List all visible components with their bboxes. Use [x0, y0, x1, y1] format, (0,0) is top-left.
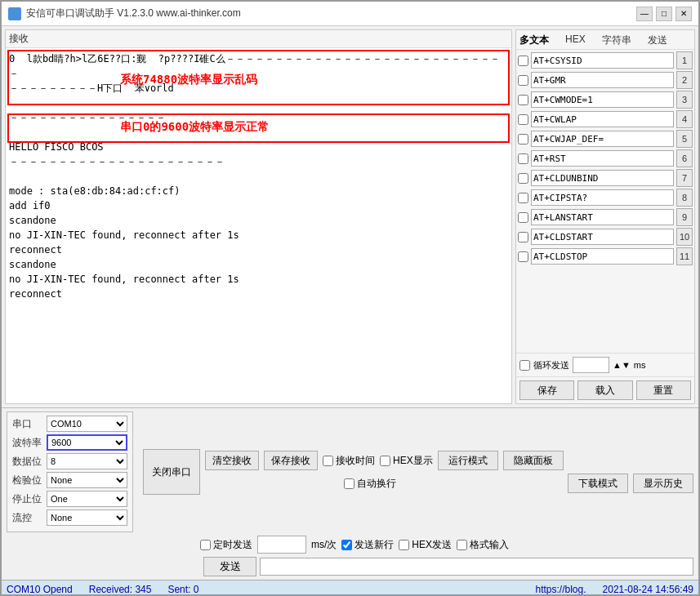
str-col-header: 字符串 — [602, 33, 631, 47]
cmd-checkbox-1[interactable] — [518, 56, 528, 66]
hex-show-checkbox[interactable] — [380, 456, 390, 466]
cmd-num-5[interactable]: 5 — [676, 130, 693, 148]
loop-send-row: 循环发送 500 ▲▼ ms — [516, 353, 694, 376]
port-toggle-button[interactable]: 关闭串口 — [143, 449, 200, 495]
load-button[interactable]: 载入 — [577, 380, 632, 400]
top-section: 接收 0 l款bd睛?h>l乙6E??口:觐 ?p????I碓C么－－－－－－－… — [2, 26, 698, 407]
cmd-input-11[interactable] — [531, 248, 674, 265]
cmd-input-6[interactable] — [531, 150, 674, 167]
loop-interval-input[interactable]: 500 — [573, 357, 609, 373]
command-row: 9 — [518, 208, 693, 226]
cmd-checkbox-10[interactable] — [518, 232, 528, 242]
receive-content[interactable]: 0 l款bd睛?h>l乙6E??口:觐 ?p????I碓C么－－－－－－－－－－… — [6, 48, 511, 403]
format-input-checkbox[interactable] — [457, 540, 467, 550]
command-row: 5 — [518, 130, 693, 148]
right-panel: 多文本 HEX 字符串 发送 1 2 3 4 5 — [515, 29, 695, 404]
hex-show-text: HEX显示 — [393, 454, 433, 468]
loop-send-checkbox[interactable] — [519, 360, 530, 371]
format-input-text: 格式输入 — [470, 538, 509, 552]
flow-select[interactable]: None — [47, 509, 127, 526]
cmd-input-2[interactable] — [531, 72, 674, 88]
cmd-checkbox-7[interactable] — [518, 173, 528, 184]
cmd-num-8[interactable]: 8 — [676, 189, 693, 207]
recv-time-text: 接收时间 — [336, 454, 375, 468]
cmd-input-10[interactable] — [531, 229, 674, 245]
command-row: 2 — [518, 71, 693, 89]
cmd-input-5[interactable] — [531, 131, 674, 147]
data-bits-label: 数据位 — [12, 455, 43, 469]
main-content: 接收 0 l款bd睛?h>l乙6E??口:觐 ?p????I碓C么－－－－－－－… — [2, 26, 698, 596]
cmd-num-4[interactable]: 4 — [676, 110, 693, 128]
cmd-input-3[interactable] — [531, 91, 674, 108]
reset-button[interactable]: 重置 — [636, 380, 691, 400]
controls-row1: 串口 COM10 波特率 9600 数据位 8 — [7, 411, 693, 532]
run-mode-button[interactable]: 运行模式 — [438, 451, 498, 470]
cmd-input-7[interactable] — [531, 170, 674, 186]
send-content-input[interactable]: AT+RST — [260, 558, 693, 576]
send-newline-checkbox[interactable] — [341, 540, 352, 550]
command-rows: 1 2 3 4 5 6 7 8 — [516, 50, 694, 353]
hex-send-label: HEX发送 — [399, 538, 452, 552]
cmd-checkbox-8[interactable] — [518, 193, 528, 203]
cmd-checkbox-4[interactable] — [518, 114, 528, 125]
send-newline-label: 发送新行 — [341, 538, 394, 552]
stop-bits-select[interactable]: One — [47, 491, 127, 507]
window-controls: — □ ✕ — [636, 7, 692, 21]
maximize-button[interactable]: □ — [656, 7, 672, 21]
auto-wrap-checkbox[interactable] — [344, 478, 354, 489]
minimize-button[interactable]: — — [636, 7, 653, 21]
cmd-num-7[interactable]: 7 — [676, 169, 693, 187]
timed-interval-input[interactable]: 5000 — [257, 536, 306, 554]
cmd-num-6[interactable]: 6 — [676, 149, 693, 167]
cmd-checkbox-9[interactable] — [518, 212, 528, 223]
right-panel-action-buttons: 保存 载入 重置 — [516, 376, 694, 403]
timed-send-checkbox[interactable] — [200, 540, 211, 550]
cmd-num-1[interactable]: 1 — [676, 51, 693, 69]
serial-settings: 串口 COM10 波特率 9600 数据位 8 — [7, 411, 133, 532]
close-button[interactable]: ✕ — [675, 7, 692, 21]
send-button[interactable]: 发送 — [203, 557, 256, 576]
cmd-checkbox-2[interactable] — [518, 75, 528, 86]
parity-select[interactable]: None — [47, 472, 127, 488]
cmd-num-9[interactable]: 9 — [676, 208, 693, 226]
cmd-input-8[interactable] — [531, 189, 674, 206]
show-history-button[interactable]: 显示历史 — [633, 474, 693, 493]
cmd-input-1[interactable] — [531, 52, 674, 69]
auto-wrap-text: 自动换行 — [357, 477, 396, 491]
data-bits-select[interactable]: 8 — [47, 453, 127, 469]
save-button[interactable]: 保存 — [519, 380, 574, 400]
cmd-num-10[interactable]: 10 — [676, 228, 693, 246]
serial-port-select[interactable]: COM10 — [47, 416, 127, 432]
command-row: 3 — [518, 91, 693, 109]
clear-receive-button[interactable]: 清空接收 — [205, 451, 259, 470]
cmd-num-3[interactable]: 3 — [676, 91, 693, 109]
cmd-checkbox-6[interactable] — [518, 153, 528, 164]
serial-label: 串口 — [12, 417, 43, 431]
cmd-input-4[interactable] — [531, 111, 674, 127]
command-row: 10 — [518, 228, 693, 246]
cmd-input-9[interactable] — [531, 209, 674, 225]
hide-panel-button[interactable]: 隐藏面板 — [503, 451, 564, 470]
send-row-top: 定时发送 5000 ms/次 发送新行 HEX发送 格式输入 — [200, 536, 693, 554]
cmd-checkbox-3[interactable] — [518, 95, 528, 105]
cmd-num-11[interactable]: 11 — [676, 247, 693, 265]
right-buttons-bottom: 自动换行 下载模式 显示历史 — [205, 474, 693, 493]
right-panel-header: 多文本 HEX 字符串 发送 — [516, 30, 694, 50]
cmd-num-2[interactable]: 2 — [676, 71, 693, 89]
recv-time-checkbox[interactable] — [323, 456, 333, 466]
cmd-checkbox-11[interactable] — [518, 251, 528, 262]
status-link: https://blog. — [536, 584, 586, 595]
loop-unit-label: ms — [634, 360, 646, 370]
flow-control-row: 流控 None — [12, 509, 127, 526]
cmd-checkbox-5[interactable] — [518, 134, 528, 145]
save-receive-button[interactable]: 保存接收 — [264, 451, 318, 470]
command-row: 1 — [518, 51, 693, 69]
recv-time-label: 接收时间 — [323, 454, 375, 468]
send-row: 定时发送 5000 ms/次 发送新行 HEX发送 格式输入 — [7, 536, 693, 576]
download-mode-button[interactable]: 下载模式 — [568, 474, 628, 493]
hex-send-checkbox[interactable] — [399, 540, 409, 550]
baud-rate-select[interactable]: 9600 — [47, 434, 127, 451]
command-row: 6 — [518, 149, 693, 167]
loop-send-label: 循环发送 — [533, 359, 569, 371]
send-newline-text: 发送新行 — [354, 538, 394, 552]
